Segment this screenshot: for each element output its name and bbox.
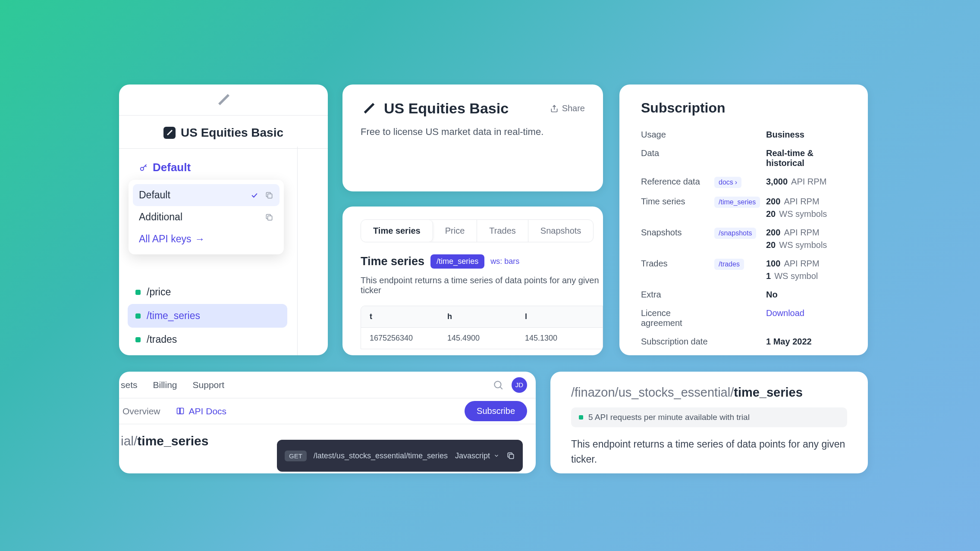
brand-logo-icon [361,100,377,117]
svg-point-3 [494,381,501,388]
subscription-row-reference: Reference data docs › 3,000API RPM [641,172,846,192]
endpoint-description: This endpoint returns a time series of d… [361,276,603,295]
endpoint-chip[interactable]: /snapshots [714,228,756,239]
product-title: US Equities Basic [181,126,283,140]
subscribe-button[interactable]: Subscribe [465,401,527,421]
subscription-row-timeseries: Time series /time_series 200API RPM 20WS… [641,192,846,223]
copy-icon[interactable] [265,213,273,222]
tab-price[interactable]: Price [433,220,477,242]
endpoint-path-pill[interactable]: /time_series [430,254,484,269]
status-dot-icon [135,313,141,319]
subnav-overview[interactable]: Overview [122,406,160,416]
share-icon [550,104,559,113]
table-row: 1675256340 145.4900 145.1300 [361,327,603,349]
tab-bar: Time series Price Trades Snapshots [361,219,594,242]
subscription-row-extra: Extra No [641,285,846,304]
chevron-right-icon: › [735,178,737,186]
subscription-row-date: Subscription date 1 May 2022 [641,332,846,351]
dropdown-item-additional[interactable]: Additional [133,206,280,228]
table-header: t h l [361,306,603,327]
endpoint-tabs-card: Time series Price Trades Snapshots Time … [342,207,603,355]
check-icon [250,191,259,200]
brand-logo-icon [215,91,232,109]
subnav-api-docs[interactable]: API Docs [176,406,227,416]
copy-icon[interactable] [265,191,273,200]
book-icon [176,407,185,416]
product-description: Free to license US market data in real-t… [361,126,585,138]
svg-rect-2 [268,216,272,220]
search-icon[interactable] [493,379,504,391]
code-sample-bar: GET /latest/us_stocks_essential/time_ser… [277,440,523,472]
endpoint-chip[interactable]: /time_series [714,197,760,208]
endpoint-item-time-series[interactable]: /time_series [128,304,287,328]
tab-time-series[interactable]: Time series [361,220,433,242]
code-path: /latest/us_stocks_essential/time_series [314,451,448,460]
endpoint-chip[interactable]: /trades [714,259,744,270]
copy-icon[interactable] [506,451,515,460]
nav-item-billing[interactable]: Billing [153,380,177,390]
data-table: t h l 1675256340 145.4900 145.1300 [361,306,603,349]
nav-fragment-card: sets Billing Support JD Overview API Doc… [119,372,536,473]
endpoint-list: /price /time_series /trades [128,280,287,351]
chevron-down-icon [493,453,499,459]
nav-item-sets[interactable]: sets [121,380,138,390]
top-nav: sets Billing Support JD [119,372,536,398]
api-key-selector[interactable]: Default [119,149,328,174]
subscription-row-usage: Usage Business [641,125,846,144]
status-dot-icon [135,290,141,295]
nav-item-support[interactable]: Support [193,380,225,390]
svg-rect-4 [509,454,514,459]
endpoint-path: /finazon/us_stocks_essential/time_series [571,385,847,400]
http-method-badge: GET [285,451,307,461]
product-title: US Equities Basic [384,100,509,117]
download-link[interactable]: Download [766,308,804,318]
product-header-card: US Equities Basic Share Free to license … [342,85,603,191]
user-avatar[interactable]: JD [512,377,527,393]
subscription-card: Subscription Usage Business Data Real-ti… [619,85,868,355]
subscription-row-snapshots: Snapshots /snapshots 200API RPM 20WS sym… [641,223,846,254]
tab-trades[interactable]: Trades [477,220,528,242]
api-keys-card: US Equities Basic Default Default Additi… [119,85,328,355]
endpoint-description: This endpoint returns a time series of d… [571,437,847,466]
docs-chip[interactable]: docs › [714,177,741,188]
language-selector[interactable]: Javascript [455,451,499,460]
all-api-keys-link[interactable]: All API keys → [133,228,280,250]
subscription-row-trades: Trades /trades 100API RPM 1WS symbol [641,254,846,285]
subscription-row-licence: Licence agreement Download [641,304,846,332]
product-icon [163,127,176,139]
api-key-dropdown: Default Additional All API keys → [129,180,284,254]
trial-banner: 5 API requests per minute available with… [571,407,847,427]
svg-rect-1 [268,194,272,198]
tab-snapshots[interactable]: Snapshots [528,220,594,242]
ws-link[interactable]: ws: bars [490,257,519,266]
subscription-title: Subscription [641,100,846,116]
endpoint-item-trades[interactable]: /trades [128,328,287,351]
dropdown-item-default[interactable]: Default [133,184,280,206]
key-icon [139,163,148,172]
sub-nav: Overview API Docs Subscribe [119,398,536,424]
status-dot-icon [135,337,141,342]
endpoint-item-price[interactable]: /price [128,280,287,304]
share-button[interactable]: Share [550,103,585,113]
vertical-divider [297,147,298,355]
arrow-right-icon: → [195,233,204,245]
endpoint-title: Time series [361,255,424,268]
product-title-row: US Equities Basic [119,116,328,149]
status-dot-icon [579,415,583,420]
endpoint-detail-card: /finazon/us_stocks_essential/time_series… [550,372,868,473]
card-header [119,85,328,116]
subscription-row-data: Data Real-time & historical [641,144,846,172]
